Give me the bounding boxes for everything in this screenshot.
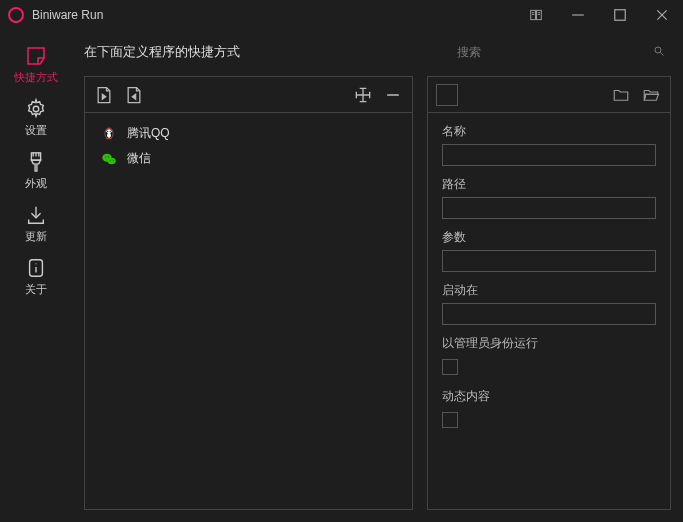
sidebar-item-label: 外观 <box>25 176 47 191</box>
browse-folder-button[interactable] <box>610 84 632 106</box>
search-placeholder: 搜索 <box>457 44 481 61</box>
shortcut-icon <box>24 44 48 68</box>
dynamic-label: 动态内容 <box>442 388 656 405</box>
name-input[interactable] <box>442 144 656 166</box>
import-button[interactable] <box>93 84 115 106</box>
props-toolbar <box>428 77 670 113</box>
info-icon <box>24 256 48 280</box>
args-input[interactable] <box>442 250 656 272</box>
close-button[interactable] <box>641 0 683 30</box>
sidebar-item-shortcuts[interactable]: 快捷方式 <box>6 44 66 85</box>
svg-point-18 <box>655 47 661 53</box>
download-icon <box>24 203 48 227</box>
reader-mode-button[interactable] <box>515 0 557 30</box>
app-title: Biniware Run <box>32 8 103 22</box>
sidebar-item-about[interactable]: 关于 <box>6 256 66 297</box>
svg-rect-7 <box>615 10 626 21</box>
list-item-label: 微信 <box>127 150 151 167</box>
svg-point-30 <box>105 156 106 157</box>
admin-checkbox[interactable] <box>442 359 458 375</box>
export-button[interactable] <box>123 84 145 106</box>
minimize-button[interactable] <box>557 0 599 30</box>
admin-label: 以管理员身份运行 <box>442 335 656 352</box>
svg-point-10 <box>33 106 39 112</box>
svg-point-27 <box>107 132 111 137</box>
qq-icon <box>101 126 117 142</box>
sidebar-item-label: 快捷方式 <box>14 70 58 85</box>
startin-input[interactable] <box>442 303 656 325</box>
list-item-label: 腾讯QQ <box>127 125 170 142</box>
svg-rect-25 <box>106 138 108 139</box>
remove-button[interactable] <box>382 84 404 106</box>
app-logo-icon <box>8 7 24 23</box>
list-item[interactable]: 腾讯QQ <box>91 121 406 146</box>
path-input[interactable] <box>442 197 656 219</box>
svg-point-33 <box>112 159 113 160</box>
shortcut-list-panel: 腾讯QQ 微信 <box>84 76 413 510</box>
svg-point-31 <box>108 156 109 157</box>
search-input[interactable]: 搜索 <box>451 40 671 64</box>
list-toolbar <box>85 77 412 113</box>
open-folder-button[interactable] <box>640 84 662 106</box>
sidebar-item-settings[interactable]: 设置 <box>6 97 66 138</box>
path-label: 路径 <box>442 176 656 193</box>
sidebar-item-appearance[interactable]: 外观 <box>6 150 66 191</box>
name-label: 名称 <box>442 123 656 140</box>
properties-panel: 名称 路径 参数 启动在 <box>427 76 671 510</box>
wechat-icon <box>101 151 117 167</box>
page-heading: 在下面定义程序的快捷方式 <box>84 43 441 61</box>
sidebar-item-label: 关于 <box>25 282 47 297</box>
add-button[interactable] <box>352 84 374 106</box>
list-item[interactable]: 微信 <box>91 146 406 171</box>
svg-point-29 <box>108 157 116 164</box>
svg-rect-26 <box>110 138 112 139</box>
search-icon <box>653 45 665 60</box>
maximize-button[interactable] <box>599 0 641 30</box>
svg-rect-0 <box>531 10 536 19</box>
svg-point-23 <box>107 130 108 131</box>
svg-rect-1 <box>537 10 542 19</box>
dynamic-checkbox[interactable] <box>442 412 458 428</box>
gear-icon <box>24 97 48 121</box>
shortcut-list: 腾讯QQ 微信 <box>85 113 412 509</box>
title-bar: Biniware Run <box>0 0 683 30</box>
brush-icon <box>24 150 48 174</box>
svg-point-24 <box>110 130 111 131</box>
startin-label: 启动在 <box>442 282 656 299</box>
svg-line-19 <box>661 52 664 55</box>
svg-point-32 <box>110 159 111 160</box>
args-label: 参数 <box>442 229 656 246</box>
sidebar: 快捷方式 设置 外观 更新 关于 <box>0 30 72 522</box>
sidebar-item-update[interactable]: 更新 <box>6 203 66 244</box>
sidebar-item-label: 设置 <box>25 123 47 138</box>
sidebar-item-label: 更新 <box>25 229 47 244</box>
icon-preview[interactable] <box>436 84 458 106</box>
